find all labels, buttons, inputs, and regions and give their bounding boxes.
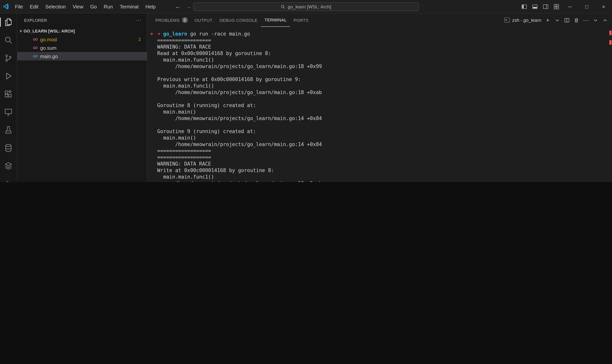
- root-folder-label: GO_LEARN [WSL: ARCH]: [24, 29, 75, 33]
- menu-item-edit[interactable]: Edit: [27, 0, 42, 13]
- forward-button[interactable]: →: [186, 3, 191, 10]
- tab-label: TERMINAL: [265, 18, 287, 22]
- file-name: go.mod: [40, 37, 57, 42]
- menu-item-go[interactable]: Go: [87, 0, 100, 13]
- tab-debug-console[interactable]: DEBUG CONSOLE: [216, 13, 261, 27]
- problems-badge: 2: [182, 17, 188, 23]
- title-bar: File Edit Selection View Go Run Terminal…: [0, 0, 612, 13]
- command-text: go run -race main.go: [190, 31, 250, 37]
- menu-item-selection[interactable]: Selection: [42, 0, 69, 13]
- new-terminal-icon[interactable]: +: [545, 17, 551, 23]
- explorer-sidebar: EXPLORER ··· ∨ GO_LEARN [WSL: ARCH] GO g…: [17, 13, 147, 182]
- tab-problems[interactable]: PROBLEMS 2: [152, 13, 191, 27]
- prompt-arrow: ➜: [157, 31, 160, 37]
- tab-label: PORTS: [293, 18, 308, 22]
- terminal-instance-label[interactable]: >_ zsh - go_learn: [504, 17, 541, 23]
- remote-explorer-icon[interactable]: [4, 107, 13, 117]
- go-sum-file-icon: GO: [32, 46, 38, 50]
- menu-item-view[interactable]: View: [69, 0, 87, 13]
- problems-count-badge: 2: [138, 37, 141, 42]
- customize-layout-icon[interactable]: [551, 0, 561, 13]
- command-center-text: go_learn [WSL: Arch]: [288, 4, 331, 9]
- menu-bar: File Edit Selection View Go Run Terminal…: [12, 0, 159, 13]
- maximize-panel-chevron-up-icon[interactable]: [602, 17, 608, 23]
- file-name: main.go: [40, 53, 58, 59]
- chevron-down-icon: ∨: [19, 29, 22, 33]
- menu-item-terminal[interactable]: Terminal: [116, 0, 142, 13]
- tab-label: DEBUG CONSOLE: [219, 18, 258, 22]
- tab-output[interactable]: OUTPUT: [191, 13, 216, 27]
- go-mod-file-icon: GO: [32, 38, 38, 41]
- file-name: go.sum: [40, 45, 56, 51]
- panel-tabs: PROBLEMS 2 OUTPUT DEBUG CONSOLE TERMINAL…: [152, 13, 312, 27]
- terminal-dropdown-chevron-icon[interactable]: [554, 17, 560, 23]
- file-row-go-mod[interactable]: GO go.mod 2: [17, 35, 147, 44]
- menu-item-file[interactable]: File: [12, 0, 27, 13]
- toggle-sidebar-icon[interactable]: [519, 0, 529, 13]
- panel-area: PROBLEMS 2 OUTPUT DEBUG CONSOLE TERMINAL…: [147, 13, 612, 182]
- terminal-output: ================== WARNING: DATA RACE Re…: [149, 37, 612, 182]
- explorer-title: EXPLORER: [24, 18, 47, 22]
- terminal-command-line: ⊗➜ go_learn go run -race main.go: [149, 31, 612, 37]
- file-row-main-go[interactable]: GO main.go: [17, 52, 147, 60]
- ruler-mark-error: [609, 31, 612, 35]
- menu-item-run[interactable]: Run: [100, 0, 116, 13]
- terminal-icon: >_: [504, 18, 510, 23]
- menu-item-help[interactable]: Help: [142, 0, 159, 13]
- split-terminal-icon[interactable]: [564, 17, 570, 23]
- extensions-icon[interactable]: [4, 90, 13, 99]
- search-view-icon[interactable]: [4, 36, 13, 45]
- panel-more-actions-icon[interactable]: ···: [583, 17, 589, 23]
- explorer-icon[interactable]: [4, 18, 13, 27]
- testing-icon[interactable]: [4, 125, 13, 135]
- source-control-icon[interactable]: [4, 53, 13, 63]
- terminal-content: ⊗➜ go_learn go run -race main.go =======…: [147, 27, 612, 182]
- tab-label: PROBLEMS: [155, 18, 180, 22]
- maximize-button[interactable]: □: [578, 0, 595, 13]
- toggle-panel-icon[interactable]: [529, 0, 540, 13]
- back-button[interactable]: ←: [175, 3, 181, 10]
- tree-root-go-learn[interactable]: ∨ GO_LEARN [WSL: ARCH]: [17, 27, 147, 35]
- toggle-secondary-sidebar-icon[interactable]: [540, 0, 551, 13]
- explorer-more-actions-icon[interactable]: ···: [135, 17, 142, 23]
- minimize-button[interactable]: ─: [561, 0, 578, 13]
- tab-ports[interactable]: PORTS: [290, 13, 312, 27]
- command-failed-decoration-icon[interactable]: ⊗: [150, 31, 153, 37]
- vscode-window: File Edit Selection View Go Run Terminal…: [0, 0, 612, 182]
- run-debug-icon[interactable]: [4, 72, 13, 81]
- vscode-logo: [0, 3, 12, 10]
- search-icon: [281, 4, 286, 9]
- active-view-indicator: [0, 18, 1, 27]
- hide-panel-chevron-down-icon[interactable]: [593, 17, 599, 23]
- tab-label: OUTPUT: [195, 18, 213, 22]
- layers-icon[interactable]: [4, 161, 13, 170]
- command-center-search[interactable]: go_learn [WSL: Arch]: [193, 2, 419, 11]
- kill-terminal-trash-icon[interactable]: [573, 17, 580, 23]
- docker-icon[interactable]: [4, 179, 13, 182]
- activity-bar: [0, 13, 17, 182]
- prompt-cwd: go_learn: [163, 31, 187, 37]
- database-icon[interactable]: [4, 143, 13, 153]
- file-row-go-sum[interactable]: GO go.sum: [17, 44, 147, 52]
- close-button[interactable]: ×: [595, 0, 612, 13]
- go-file-icon: GO: [32, 54, 38, 58]
- tab-terminal[interactable]: TERMINAL: [261, 13, 290, 27]
- terminal-title: zsh - go_learn: [512, 17, 541, 23]
- ruler-mark-error: [609, 40, 612, 45]
